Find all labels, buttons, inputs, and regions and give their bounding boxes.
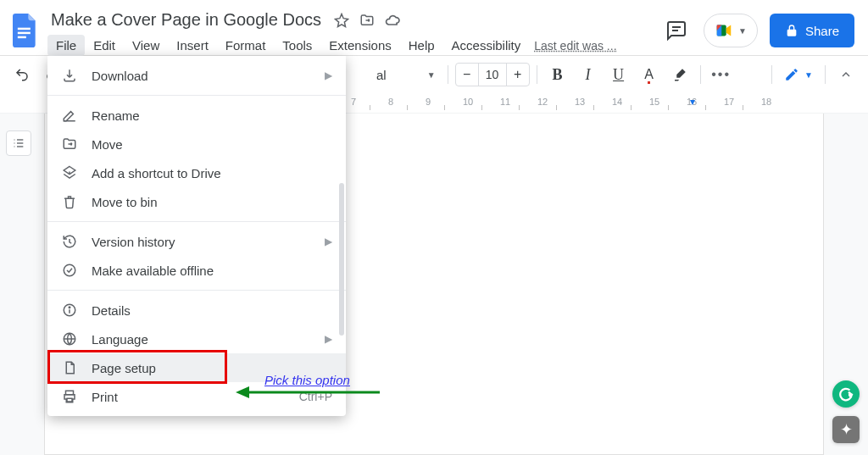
menu-insert[interactable]: Insert <box>168 35 217 56</box>
pencil-icon <box>784 67 799 82</box>
file-menu-download[interactable]: Download▶ <box>47 61 346 90</box>
font-size-control: − 10 + <box>455 63 530 86</box>
svg-rect-19 <box>67 398 72 402</box>
underline-button[interactable]: U <box>605 61 632 88</box>
header-right: ▼ Share <box>661 7 861 47</box>
svg-rect-1 <box>18 32 31 35</box>
text-color-button[interactable]: A <box>636 61 663 88</box>
info-icon <box>61 302 78 319</box>
ruler-tick: 10 <box>463 97 473 107</box>
svg-point-13 <box>64 264 75 276</box>
print-icon <box>61 388 78 405</box>
outline-toggle[interactable] <box>6 130 31 156</box>
share-label: Share <box>805 24 839 38</box>
file-menu-details[interactable]: Details <box>47 296 346 325</box>
collapse-toolbar-button[interactable] <box>832 61 860 88</box>
caret-down-icon: ▼ <box>427 70 436 80</box>
menu-help[interactable]: Help <box>400 35 443 56</box>
move-icon <box>61 136 78 153</box>
history-icon <box>61 233 78 250</box>
file-menu-version-history[interactable]: Version history▶ <box>47 227 346 256</box>
file-menu-add-a-shortcut-to-drive[interactable]: Add a shortcut to Drive <box>47 158 346 187</box>
font-size-value[interactable]: 10 <box>478 64 507 86</box>
ruler-tick: 13 <box>575 97 585 107</box>
ruler-tick: 9 <box>426 97 431 107</box>
menu-file[interactable]: File <box>47 35 85 56</box>
last-edit-link[interactable]: Last edit was ... <box>534 39 616 53</box>
rename-icon <box>61 107 78 124</box>
menu-item-label: Move <box>92 137 332 152</box>
menu-item-label: Language <box>92 332 311 347</box>
cloud-status-icon[interactable] <box>384 12 401 29</box>
file-menu-move[interactable]: Move <box>47 130 346 158</box>
menu-accessibility[interactable]: Accessibility <box>443 35 530 56</box>
meet-icon <box>715 21 733 40</box>
font-family-select[interactable]: al ▼ <box>371 68 441 82</box>
trash-icon <box>61 193 78 210</box>
editing-mode-button[interactable]: ▼ <box>779 67 818 82</box>
ruler-tick: 18 <box>761 97 771 107</box>
bold-button[interactable]: B <box>544 61 571 88</box>
menu-item-label: Version history <box>92 235 311 249</box>
svg-rect-2 <box>18 36 26 39</box>
file-menu-rename[interactable]: Rename <box>47 101 346 130</box>
annotation-text: Pick this option <box>264 373 350 387</box>
share-button[interactable]: Share <box>770 14 854 47</box>
menu-item-label: Download <box>92 69 311 83</box>
download-icon <box>61 67 78 84</box>
ruler-tick: 11 <box>500 97 510 107</box>
font-size-decrease[interactable]: − <box>456 67 478 82</box>
left-gutter <box>0 114 37 455</box>
doc-title[interactable]: Make a Cover Page in Google Docs <box>47 8 325 31</box>
header-middle: Make a Cover Page in Google Docs File Ed… <box>47 7 661 56</box>
ruler-tick: 15 <box>649 97 659 107</box>
globe-icon <box>61 330 78 347</box>
file-menu: Download▶RenameMoveAdd a shortcut to Dri… <box>47 56 346 416</box>
font-size-increase[interactable]: + <box>507 67 529 82</box>
caret-down-icon: ▼ <box>738 26 747 36</box>
ruler-tick: 8 <box>388 97 393 107</box>
comments-button[interactable] <box>661 15 692 46</box>
file-menu-language[interactable]: Language▶ <box>47 325 346 353</box>
menu-item-label: Add a shortcut to Drive <box>92 166 332 180</box>
menu-view[interactable]: View <box>124 35 168 56</box>
chevron-right-icon: ▶ <box>325 236 332 247</box>
menu-tools[interactable]: Tools <box>274 35 320 56</box>
menu-item-label: Rename <box>92 108 332 123</box>
offline-icon <box>61 262 78 279</box>
caret-down-icon: ▼ <box>804 70 813 80</box>
menu-item-label: Details <box>92 303 332 318</box>
undo-button[interactable] <box>8 61 36 88</box>
chevron-right-icon: ▶ <box>325 333 332 345</box>
highlight-button[interactable] <box>666 61 693 88</box>
menu-format[interactable]: Format <box>217 35 275 56</box>
menu-item-label: Move to bin <box>92 195 332 209</box>
ruler-tick: 7 <box>351 97 356 107</box>
indent-marker[interactable]: ▾ <box>690 96 695 108</box>
menu-edit[interactable]: Edit <box>85 35 124 56</box>
star-icon[interactable] <box>333 12 350 29</box>
svg-marker-21 <box>236 386 249 398</box>
ruler-tick: 14 <box>612 97 622 107</box>
menu-item-label: Make available offline <box>92 264 332 278</box>
italic-button[interactable]: I <box>575 61 602 88</box>
chevron-right-icon: ▶ <box>325 69 332 81</box>
ruler-tick: 17 <box>724 97 734 107</box>
menu-extensions[interactable]: Extensions <box>320 35 399 56</box>
page-icon <box>61 359 78 376</box>
docs-logo[interactable] <box>10 10 41 51</box>
move-to-folder-icon[interactable] <box>359 12 376 29</box>
explore-button[interactable]: ✦ <box>832 416 860 443</box>
menu-bar: File Edit View Insert Format Tools Exten… <box>47 35 661 56</box>
shortcut-icon <box>61 164 78 181</box>
file-menu-move-to-bin[interactable]: Move to bin <box>47 187 346 216</box>
font-family-value: al <box>376 68 387 82</box>
svg-rect-0 <box>18 28 31 31</box>
meet-button[interactable]: ▼ <box>704 14 758 47</box>
file-menu-make-available-offline[interactable]: Make available offline <box>47 256 346 285</box>
svg-point-16 <box>69 307 70 308</box>
app-header: Make a Cover Page in Google Docs File Ed… <box>0 0 868 56</box>
more-button[interactable]: ••• <box>708 61 735 88</box>
lock-icon <box>785 24 798 37</box>
grammarly-button[interactable] <box>832 380 860 408</box>
